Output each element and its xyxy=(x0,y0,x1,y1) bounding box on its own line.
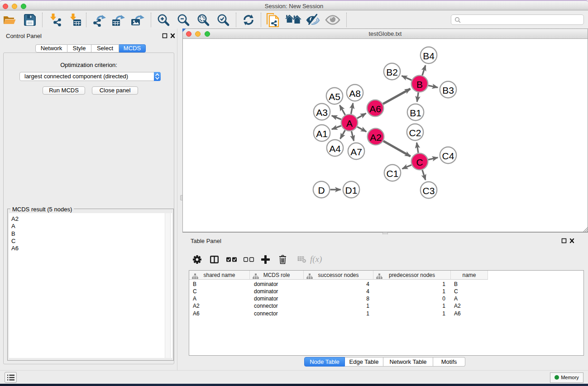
svg-text:D1: D1 xyxy=(345,185,358,195)
svg-text:C2: C2 xyxy=(409,128,421,138)
svg-text:A8: A8 xyxy=(349,88,361,99)
svg-text:C4: C4 xyxy=(442,151,454,161)
svg-text:B1: B1 xyxy=(410,108,421,118)
svg-text:A2: A2 xyxy=(370,132,382,143)
svg-text:B4: B4 xyxy=(423,51,435,61)
svg-text:C1: C1 xyxy=(387,168,399,179)
svg-text:A5: A5 xyxy=(329,91,340,102)
svg-text:B2: B2 xyxy=(386,67,398,77)
svg-text:A: A xyxy=(346,118,353,129)
svg-text:B: B xyxy=(416,79,423,90)
svg-text:A3: A3 xyxy=(316,107,328,118)
svg-text:D: D xyxy=(318,185,325,195)
svg-text:C3: C3 xyxy=(423,186,435,196)
svg-text:A1: A1 xyxy=(316,129,328,139)
svg-text:B3: B3 xyxy=(442,85,454,95)
svg-text:C: C xyxy=(416,157,423,167)
svg-text:A6: A6 xyxy=(369,104,381,114)
svg-text:A4: A4 xyxy=(329,143,341,154)
svg-text:A7: A7 xyxy=(350,147,362,157)
